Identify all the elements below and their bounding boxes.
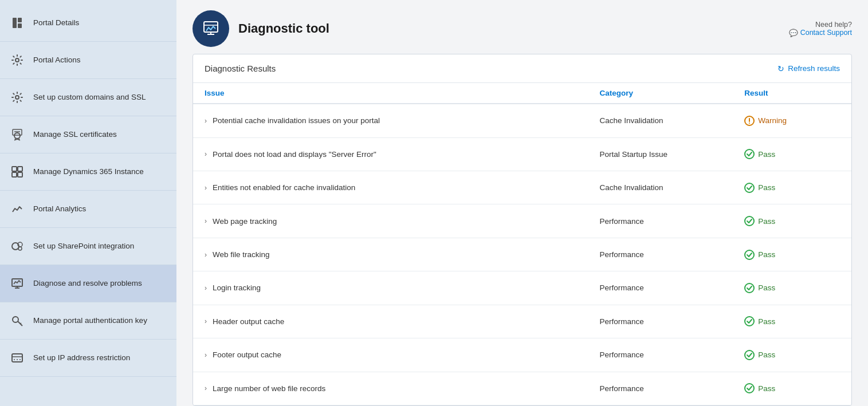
page-header: Diagnostic tool Need help? 💬 Contact Sup… bbox=[176, 0, 868, 54]
header-left: Diagnostic tool bbox=[193, 10, 329, 47]
sidebar-label-portal-actions: Portal Actions bbox=[33, 55, 81, 65]
issue-text: Portal does not load and displays "Serve… bbox=[213, 150, 376, 159]
sidebar-item-ip-restriction[interactable]: Set up IP address restriction bbox=[0, 340, 176, 377]
diagnostic-icon bbox=[193, 10, 229, 47]
sharepoint-icon bbox=[9, 238, 25, 254]
category-cell-2: Cache Invalidation bbox=[588, 171, 733, 204]
page-title: Diagnostic tool bbox=[238, 21, 329, 36]
sidebar-item-sharepoint[interactable]: Set up SharePoint integration bbox=[0, 228, 176, 265]
issue-cell-8: ›Large number of web file records bbox=[193, 372, 588, 405]
result-label: Pass bbox=[758, 350, 775, 359]
dynamics-icon bbox=[9, 164, 25, 180]
category-cell-4: Performance bbox=[588, 238, 733, 271]
svg-point-26 bbox=[19, 359, 21, 360]
diagnose-icon bbox=[9, 275, 25, 291]
svg-rect-9 bbox=[18, 167, 22, 171]
svg-rect-11 bbox=[18, 172, 22, 177]
result-cell-5: Pass bbox=[733, 271, 851, 305]
chevron-icon[interactable]: › bbox=[205, 117, 207, 125]
help-section: Need help? 💬 Contact Support bbox=[789, 21, 852, 37]
table-row[interactable]: ›Login trackingPerformancePass bbox=[193, 271, 851, 305]
sidebar-item-ssl-certificates[interactable]: Manage SSL certificates bbox=[0, 116, 176, 153]
svg-point-38 bbox=[745, 250, 754, 259]
results-title: Diagnostic Results bbox=[205, 64, 276, 73]
issue-text: Login tracking bbox=[213, 283, 261, 292]
table-row[interactable]: ›Footer output cachePerformancePass bbox=[193, 338, 851, 372]
svg-point-42 bbox=[745, 384, 754, 393]
chevron-icon[interactable]: › bbox=[205, 317, 207, 325]
sidebar-item-portal-details[interactable]: Portal Details bbox=[0, 5, 176, 42]
svg-point-34 bbox=[749, 123, 750, 124]
col-header-result[interactable]: Result bbox=[733, 83, 851, 104]
category-cell-1: Portal Startup Issue bbox=[588, 137, 733, 171]
key-icon bbox=[9, 313, 25, 329]
table-header-row: Issue Category Result bbox=[193, 83, 851, 104]
sidebar-item-portal-actions[interactable]: Portal Actions bbox=[0, 42, 176, 79]
sidebar-label-ssl-certificates: Manage SSL certificates bbox=[33, 129, 117, 140]
sidebar-label-portal-details: Portal Details bbox=[33, 18, 79, 28]
svg-point-36 bbox=[745, 183, 754, 192]
chevron-icon[interactable]: › bbox=[205, 351, 207, 359]
certificate-icon bbox=[9, 127, 25, 143]
issue-text: Entities not enabled for cache invalidat… bbox=[213, 183, 355, 192]
sidebar-item-diagnose[interactable]: Diagnose and resolve problems bbox=[0, 265, 176, 302]
table-row[interactable]: ›Portal does not load and displays "Serv… bbox=[193, 137, 851, 171]
svg-point-3 bbox=[15, 58, 19, 62]
col-header-category[interactable]: Category bbox=[588, 83, 733, 104]
chevron-icon[interactable]: › bbox=[205, 251, 207, 259]
chevron-icon[interactable]: › bbox=[205, 150, 207, 158]
refresh-icon: ↻ bbox=[777, 64, 784, 73]
svg-rect-22 bbox=[12, 354, 22, 362]
table-row[interactable]: ›Large number of web file recordsPerform… bbox=[193, 372, 851, 405]
svg-point-24 bbox=[14, 359, 15, 360]
issue-cell-3: ›Web page tracking bbox=[193, 204, 588, 238]
result-cell-0: Warning bbox=[733, 104, 851, 137]
analytics-icon bbox=[9, 201, 25, 217]
table-row[interactable]: ›Web page trackingPerformancePass bbox=[193, 204, 851, 238]
chevron-icon[interactable]: › bbox=[205, 184, 207, 192]
warning-icon bbox=[744, 116, 755, 126]
issue-cell-7: ›Footer output cache bbox=[193, 338, 588, 372]
sidebar-item-custom-domains[interactable]: Set up custom domains and SSL bbox=[0, 79, 176, 116]
svg-point-41 bbox=[745, 350, 754, 360]
sidebar-item-portal-analytics[interactable]: Portal Analytics bbox=[0, 191, 176, 228]
chevron-icon[interactable]: › bbox=[205, 384, 207, 392]
svg-point-35 bbox=[745, 149, 754, 159]
svg-point-37 bbox=[745, 216, 754, 226]
issue-text: Potential cache invalidation issues on y… bbox=[213, 116, 380, 125]
result-cell-3: Pass bbox=[733, 204, 851, 238]
result-label: Pass bbox=[758, 250, 775, 259]
sidebar-item-auth-key[interactable]: Manage portal authentication key bbox=[0, 302, 176, 340]
ip-icon bbox=[9, 350, 25, 366]
issue-cell-1: ›Portal does not load and displays "Serv… bbox=[193, 137, 588, 171]
table-row[interactable]: ›Header output cachePerformancePass bbox=[193, 305, 851, 338]
pass-icon bbox=[744, 183, 755, 193]
results-header: Diagnostic Results ↻ Refresh results bbox=[193, 54, 851, 83]
refresh-button[interactable]: ↻ Refresh results bbox=[777, 64, 840, 73]
result-label: Pass bbox=[758, 217, 775, 226]
sidebar-label-portal-analytics: Portal Analytics bbox=[33, 204, 86, 214]
sidebar-item-dynamics-instance[interactable]: Manage Dynamics 365 Instance bbox=[0, 153, 176, 191]
issue-cell-6: ›Header output cache bbox=[193, 305, 588, 338]
sidebar-label-custom-domains: Set up custom domains and SSL bbox=[33, 92, 146, 103]
result-label: Pass bbox=[758, 150, 775, 159]
svg-rect-8 bbox=[12, 167, 17, 171]
issue-text: Web file tracking bbox=[213, 250, 270, 259]
contact-support-link[interactable]: 💬 Contact Support bbox=[789, 29, 852, 37]
table-row[interactable]: ›Entities not enabled for cache invalida… bbox=[193, 171, 851, 204]
chevron-icon[interactable]: › bbox=[205, 217, 207, 225]
result-label: Pass bbox=[758, 183, 775, 192]
chevron-icon[interactable]: › bbox=[205, 284, 207, 292]
result-cell-7: Pass bbox=[733, 338, 851, 372]
issue-cell-4: ›Web file tracking bbox=[193, 238, 588, 271]
svg-point-25 bbox=[17, 359, 18, 360]
table-row[interactable]: ›Potential cache invalidation issues on … bbox=[193, 104, 851, 137]
sidebar-label-sharepoint: Set up SharePoint integration bbox=[33, 241, 134, 251]
chat-icon: 💬 bbox=[789, 29, 798, 37]
svg-rect-2 bbox=[18, 23, 22, 28]
table-row[interactable]: ›Web file trackingPerformancePass bbox=[193, 238, 851, 271]
sidebar-label-ip-restriction: Set up IP address restriction bbox=[33, 353, 130, 363]
result-label: Pass bbox=[758, 283, 775, 292]
col-header-issue[interactable]: Issue bbox=[193, 83, 588, 104]
issue-cell-5: ›Login tracking bbox=[193, 271, 588, 305]
